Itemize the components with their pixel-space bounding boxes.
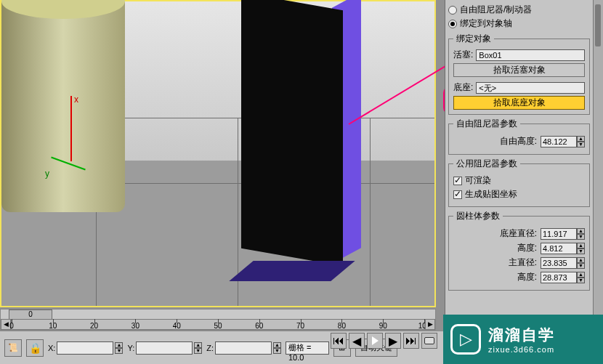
coord-z: Z: ▲▼ bbox=[206, 341, 281, 355]
play-button[interactable] bbox=[367, 333, 383, 349]
axis-label-x: x bbox=[74, 94, 78, 105]
spinner-up-icon[interactable]: ▲ bbox=[577, 243, 585, 248]
pick-base-button[interactable]: 拾取底座对象 bbox=[453, 96, 585, 110]
timeline-right-arrow-icon[interactable]: ▶ bbox=[425, 319, 435, 330]
prev-frame-icon: ◀ bbox=[352, 334, 361, 348]
spinner-up-icon[interactable]: ▲ bbox=[577, 136, 585, 142]
lock-button[interactable]: 🔒 bbox=[26, 339, 44, 357]
tick-label: 90 bbox=[379, 322, 387, 330]
group-legend: 绑定对象 bbox=[453, 33, 494, 45]
tick-label: 20 bbox=[90, 322, 98, 330]
y-input[interactable] bbox=[136, 341, 193, 355]
piston-label: 活塞: bbox=[453, 49, 473, 61]
axis-gizmo-x[interactable] bbox=[70, 96, 72, 161]
tick-label: 10 bbox=[49, 322, 57, 330]
height-input[interactable] bbox=[541, 243, 577, 254]
coord-x: X: ▲▼ bbox=[48, 341, 123, 355]
axis-label-y: y bbox=[45, 169, 49, 179]
timeline-slider[interactable]: 0 bbox=[9, 310, 52, 320]
radio-icon bbox=[448, 20, 457, 28]
piston-field: Box01 bbox=[476, 49, 585, 61]
radio-icon bbox=[448, 6, 457, 15]
script-icon: 📜 bbox=[8, 343, 18, 352]
checkbox-icon bbox=[453, 177, 462, 185]
spinner-down-icon[interactable]: ▼ bbox=[577, 248, 585, 254]
group-legend: 圆柱体参数 bbox=[453, 210, 503, 222]
checkbox-icon bbox=[453, 190, 462, 199]
free-height-label: 自由高度: bbox=[453, 135, 537, 147]
spinner-down-icon[interactable]: ▼ bbox=[577, 234, 585, 240]
goto-end-icon: ⏭ bbox=[405, 334, 417, 347]
timeline[interactable]: 0 ◀ 0102030405060708090100 ▶ bbox=[0, 309, 436, 331]
grid-field: 栅格 = 10.0 bbox=[286, 341, 329, 355]
spinner-up-icon[interactable]: ▲ bbox=[194, 342, 202, 348]
pick-piston-button[interactable]: 拾取活塞对象 bbox=[453, 63, 585, 77]
spinner-up-icon[interactable]: ▲ bbox=[115, 342, 123, 348]
key-mode-button[interactable] bbox=[421, 333, 437, 349]
radio-free-damper[interactable]: 自由阻尼器/制动器 bbox=[448, 4, 590, 16]
height2-spinner[interactable]: ▲▼ bbox=[541, 272, 585, 283]
grid-line bbox=[370, 118, 371, 306]
main-diameter-label: 主直径: bbox=[453, 256, 537, 269]
z-input[interactable] bbox=[215, 341, 272, 355]
check-renderable[interactable]: 可渲染 bbox=[453, 174, 585, 187]
play-icon bbox=[372, 336, 379, 345]
group-legend: 自由阻尼器参数 bbox=[453, 118, 520, 130]
box-object-front[interactable] bbox=[241, 0, 343, 266]
spinner-down-icon[interactable]: ▼ bbox=[273, 348, 281, 354]
free-height-spinner[interactable]: ▲▼ bbox=[541, 136, 585, 147]
group-free-damper: 自由阻尼器参数 自由高度: ▲▼ bbox=[448, 118, 590, 155]
base-diameter-input[interactable] bbox=[541, 228, 577, 240]
next-frame-button[interactable]: ▶ bbox=[385, 333, 401, 349]
playback-controls: ⏮ ◀ ▶ ⏭ bbox=[331, 333, 437, 349]
check-gen-mapping[interactable]: 生成贴图坐标 bbox=[453, 188, 585, 201]
coord-y: Y: ▲▼ bbox=[127, 341, 202, 355]
base-label: 底座: bbox=[453, 81, 473, 94]
main-diameter-spinner[interactable]: ▲▼ bbox=[541, 257, 585, 269]
watermark-url: zixue.3d66.com bbox=[488, 345, 555, 354]
group-legend: 公用阻尼器参数 bbox=[453, 158, 520, 170]
group-bind-object: 绑定对象 活塞: Box01 拾取活塞对象 底座: <无> 拾取底座对象 bbox=[448, 33, 590, 115]
tick-label: 80 bbox=[338, 322, 346, 330]
viewport[interactable]: x y bbox=[0, 0, 436, 307]
height-spinner[interactable]: ▲▼ bbox=[541, 243, 585, 254]
x-label: X: bbox=[48, 344, 55, 352]
cylinder-object[interactable] bbox=[1, 1, 125, 212]
y-label: Y: bbox=[127, 344, 134, 352]
spinner-up-icon[interactable]: ▲ bbox=[577, 228, 585, 234]
tick-label: 60 bbox=[255, 322, 263, 330]
tick-label: 50 bbox=[214, 322, 222, 330]
base-diameter-label: 底座直径: bbox=[453, 227, 537, 240]
radio-bind-axis[interactable]: 绑定到对象轴 bbox=[448, 17, 590, 30]
checkbox-label: 生成贴图坐标 bbox=[465, 188, 517, 201]
lock-icon: 🔒 bbox=[29, 342, 41, 354]
main-diameter-input[interactable] bbox=[541, 257, 577, 269]
base-diameter-spinner[interactable]: ▲▼ bbox=[541, 228, 585, 240]
prev-frame-button[interactable]: ◀ bbox=[349, 333, 365, 349]
spinner-up-icon[interactable]: ▲ bbox=[273, 342, 281, 348]
panel-scrollbar[interactable] bbox=[593, 0, 603, 364]
script-button[interactable]: 📜 bbox=[4, 339, 22, 357]
x-input[interactable] bbox=[57, 341, 113, 355]
height2-input[interactable] bbox=[541, 272, 577, 283]
timeline-ruler[interactable]: 0102030405060708090100 bbox=[11, 319, 425, 330]
spinner-down-icon[interactable]: ▼ bbox=[577, 263, 585, 269]
spinner-up-icon[interactable]: ▲ bbox=[577, 272, 585, 278]
free-height-input[interactable] bbox=[541, 136, 577, 147]
tick-label: 40 bbox=[173, 322, 181, 330]
spinner-down-icon[interactable]: ▼ bbox=[115, 348, 123, 354]
spinner-up-icon[interactable]: ▲ bbox=[577, 257, 585, 263]
radio-label: 绑定到对象轴 bbox=[460, 17, 512, 30]
scrollbar-thumb[interactable] bbox=[595, 4, 601, 46]
goto-start-button[interactable]: ⏮ bbox=[331, 333, 347, 349]
command-panel: 自由阻尼器/制动器 绑定到对象轴 绑定对象 活塞: Box01 拾取活塞对象 底… bbox=[445, 0, 593, 351]
watermark-logo-icon: ▷ bbox=[450, 324, 481, 355]
tick-label: 30 bbox=[131, 322, 139, 330]
radio-label: 自由阻尼器/制动器 bbox=[460, 4, 532, 16]
tick-label: 70 bbox=[296, 322, 304, 330]
timeline-ticks: 0102030405060708090100 bbox=[12, 320, 424, 329]
goto-end-button[interactable]: ⏭ bbox=[403, 333, 419, 349]
spinner-down-icon[interactable]: ▼ bbox=[577, 278, 585, 283]
spinner-down-icon[interactable]: ▼ bbox=[577, 142, 585, 147]
spinner-down-icon[interactable]: ▼ bbox=[194, 348, 202, 354]
